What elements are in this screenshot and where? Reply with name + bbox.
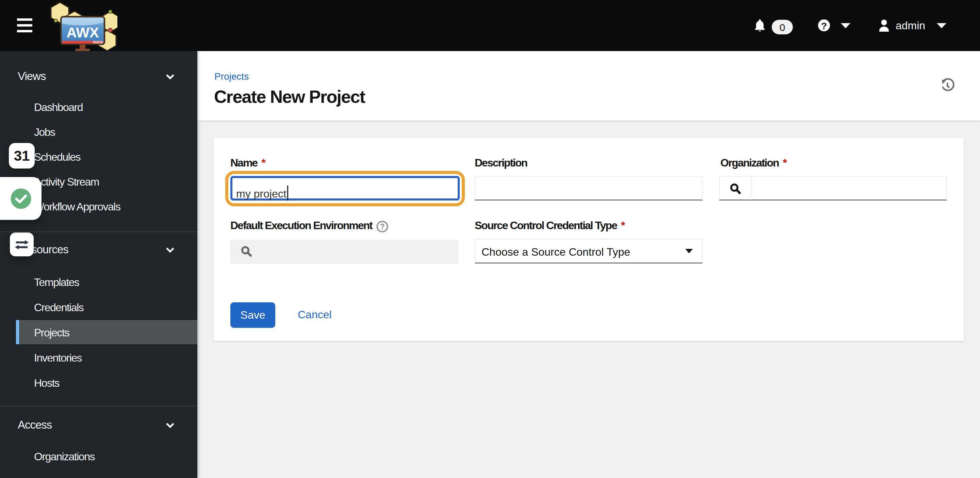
svg-text:?: ? <box>380 222 385 231</box>
svg-text:AWX: AWX <box>66 24 99 40</box>
